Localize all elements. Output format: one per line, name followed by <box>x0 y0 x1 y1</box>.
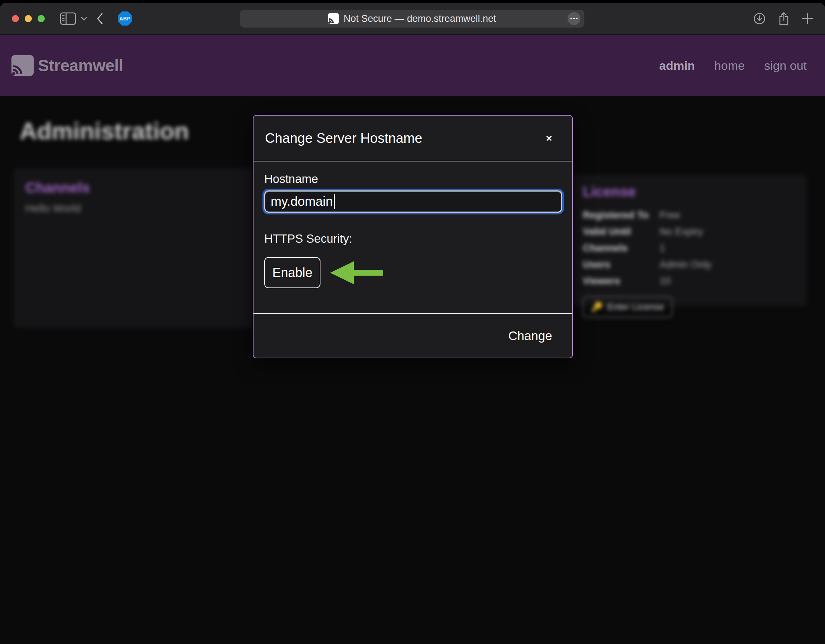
modal-title: Change Server Hostname <box>265 131 422 146</box>
page-title: Administration <box>20 117 189 145</box>
nav-link-admin[interactable]: admin <box>659 59 695 73</box>
text-caret <box>334 195 335 209</box>
green-arrow-annotation-icon <box>330 261 383 284</box>
enter-license-label: Enter License <box>607 301 664 312</box>
license-row: Registered To Free <box>582 207 796 223</box>
license-row-label: Registered To <box>582 209 660 221</box>
address-bar[interactable]: Not Secure — demo.streamwell.net <box>240 10 584 28</box>
sidebar-chevron-down-icon[interactable] <box>81 17 87 21</box>
license-row: Viewers 10 <box>582 273 796 289</box>
change-hostname-modal: Change Server Hostname × Hostname my.dom… <box>253 115 573 358</box>
streamwell-logo[interactable]: Streamwell <box>11 55 123 76</box>
license-row-label: Viewers <box>582 275 660 287</box>
nav-link-home[interactable]: home <box>714 59 745 73</box>
sidebar-toggle-icon[interactable] <box>60 12 76 25</box>
license-row-value: 10 <box>660 275 796 287</box>
new-tab-plus-icon[interactable] <box>802 13 813 24</box>
adblock-extension-icon[interactable]: ABP <box>118 11 132 26</box>
downloads-icon[interactable] <box>753 12 766 25</box>
toolbar-right-actions <box>753 3 813 34</box>
enable-https-button[interactable]: Enable <box>264 257 320 288</box>
hostname-input[interactable]: my.domain <box>264 190 562 213</box>
zoom-window-button[interactable] <box>38 15 45 22</box>
license-row: Valid Until No Expiry <box>582 223 796 240</box>
browser-toolbar: ABP Not Secure — demo.streamwell.net <box>0 3 825 35</box>
site-favicon-cast-icon <box>328 13 339 24</box>
close-icon[interactable]: × <box>542 131 556 146</box>
license-row: Channels 1 <box>582 240 796 256</box>
modal-header: Change Server Hostname × <box>253 116 572 161</box>
brand-name: Streamwell <box>38 56 123 75</box>
license-panel: License Registered To Free Valid Until N… <box>572 175 807 306</box>
screen: { "browser": { "window_controls": ["clos… <box>0 0 825 644</box>
license-row-value: Free <box>660 209 796 221</box>
key-icon: 🔑 <box>591 301 603 312</box>
https-security-label: HTTPS Security: <box>264 232 562 246</box>
license-panel-title: License <box>582 184 796 200</box>
hostname-value: my.domain <box>271 194 333 209</box>
address-bar-text: Not Secure — demo.streamwell.net <box>343 13 496 24</box>
minimize-window-button[interactable] <box>25 15 32 22</box>
change-hostname-submit-button[interactable]: Change <box>506 328 554 343</box>
main-nav: admin home sign out <box>659 59 807 73</box>
license-row-label: Valid Until <box>582 226 660 237</box>
enter-license-button[interactable]: 🔑 Enter License <box>582 297 672 318</box>
hostname-label: Hostname <box>264 172 562 186</box>
license-row-value: No Expiry <box>660 226 796 237</box>
license-details: Registered To Free Valid Until No Expiry… <box>582 207 796 289</box>
back-icon[interactable] <box>96 12 104 25</box>
license-row-value: 1 <box>660 242 796 254</box>
license-row-label: Channels <box>582 242 660 254</box>
modal-body: Hostname my.domain HTTPS Security: Enabl… <box>253 161 572 313</box>
license-row-value: Admin Only <box>660 259 796 270</box>
window-controls <box>12 15 45 22</box>
license-row-label: Users <box>582 259 660 270</box>
modal-footer: Change <box>253 313 572 358</box>
https-toggle-row: Enable <box>264 257 562 288</box>
site-header: Streamwell admin home sign out <box>0 35 825 96</box>
browser-window: ABP Not Secure — demo.streamwell.net <box>0 3 825 644</box>
cast-logo-icon <box>11 55 34 76</box>
license-row: Users Admin Only <box>582 256 796 273</box>
close-window-button[interactable] <box>12 15 19 22</box>
nav-link-sign-out[interactable]: sign out <box>764 59 807 73</box>
share-icon[interactable] <box>779 11 789 26</box>
page-settings-ellipsis-icon[interactable] <box>567 12 581 25</box>
